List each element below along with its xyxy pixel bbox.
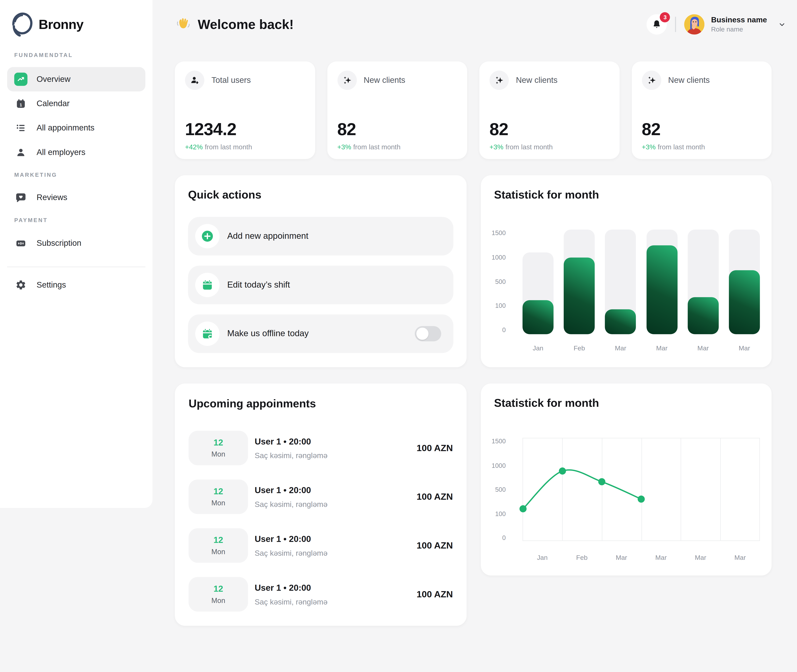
bell-icon [652,19,662,29]
stat-value: 1234.2 [185,119,305,139]
stat-label: New clients [364,76,405,85]
sparkles-icon [337,70,356,90]
appointment-services: Saç kəsimi, rəngləmə [255,597,417,606]
appointment-title: User 1 • 20:00 [255,437,417,446]
sidebar-menu: Overview 1 Calendar [0,67,152,297]
appointments-list: 12Mon User 1 • 20:00 Saç kəsimi, rəngləm… [189,431,453,611]
line-chart-title: Statistick for month [494,397,758,410]
role-name: Role name [711,26,767,33]
upcoming-title: Upcoming appoinments [189,397,453,410]
header-controls: 3 Business name Role [647,12,786,37]
stat-card-new-clients-3: New clients 82 +3%from last month [632,61,772,159]
appointment-services: Saç kəsimi, rəngləmə [255,451,417,459]
stat-card-new-clients-2: New clients 82 +3%from last month [479,61,619,159]
stat-delta: +42%from last month [185,143,305,151]
quick-actions-card: Quick actions Add new appoinment [175,175,467,367]
appointment-row[interactable]: 12Mon User 1 • 20:00 Saç kəsimi, rəngləm… [189,528,453,563]
appointment-price: 100 AZN [417,491,453,502]
bar-chart-x-axis: JanFeb MarMar MarMar [523,344,760,352]
appointment-services: Saç kəsimi, rəngləmə [255,499,417,508]
add-new-appoinment-button[interactable]: Add new appoinment [188,217,454,256]
sidebar-item-calendar[interactable]: 1 Calendar [7,91,146,116]
date-chip: 12Mon [189,480,248,514]
plus-circle-icon [195,224,220,248]
sidebar-item-all-employers[interactable]: All employers [7,140,146,165]
page-title: Welcome back! [198,16,293,32]
subscription-card-icon [14,237,27,250]
gear-icon [14,278,27,292]
stat-delta: +3%from last month [337,143,457,151]
sidebar-item-label: All appoinments [37,123,95,133]
data-point [559,467,566,475]
sidebar-item-reviews[interactable]: Reviews [7,185,146,210]
chevron-down-icon[interactable] [778,21,786,28]
brand-logo[interactable]: Bronny [0,0,152,37]
appointment-services: Saç kəsimi, rəngləmə [255,548,417,557]
sidebar-item-all-appoinments[interactable]: All appoinments [7,116,146,140]
sidebar-item-label: Subscription [37,239,81,248]
bar-chart-bars [523,230,760,334]
appointment-price: 100 AZN [417,589,453,600]
bar-slot [523,230,553,334]
stat-card-total-users: Total users 1234.2 +42%from last month [175,61,315,159]
date-chip: 12Mon [189,431,248,465]
data-point [598,478,606,485]
quick-action-label: Edit today’s shift [227,280,290,290]
appointment-row[interactable]: 12Mon User 1 • 20:00 Saç kəsimi, rəngləm… [189,577,453,612]
bar-slot [605,230,636,334]
offline-toggle[interactable] [415,326,441,341]
appointment-row[interactable]: 12Mon User 1 • 20:00 Saç kəsimi, rəngləm… [189,480,453,514]
make-us-offline-row[interactable]: Make us offline today [188,314,454,353]
user-plus-icon [185,70,204,90]
appointment-title: User 1 • 20:00 [255,534,417,544]
svg-text:1: 1 [20,102,22,107]
sidebar-item-label: All employers [37,148,85,157]
sidebar-item-label: Settings [37,280,66,290]
bar-slot [688,230,718,334]
business-name: Business name [711,15,767,24]
brand-mark-icon [11,12,34,37]
bar-slot [564,230,595,334]
sidebar-item-subscription[interactable]: Subscription [7,231,146,256]
sidebar-section-marketing: MARKETING [14,172,152,178]
bar-chart-y-axis: 15001000 500100 0 [481,230,506,334]
bar-chart-card: Statistick for month 15001000 500100 0 J… [481,175,771,367]
date-chip: 12Mon [189,577,248,612]
data-point [638,496,645,502]
notification-badge: 3 [660,12,670,22]
appointment-price: 100 AZN [417,540,453,551]
chat-heart-icon [14,191,27,204]
calendar-icon: 1 [14,97,27,110]
data-point [520,505,527,512]
bar-slot [729,230,760,334]
calendar-edit-icon [195,322,220,346]
page-header: Welcome back! 3 [152,12,797,37]
quick-actions-title: Quick actions [188,189,454,202]
quick-action-label: Add new appoinment [227,231,308,241]
profile-info[interactable]: Business name Role name [711,15,767,33]
bar-slot [646,230,677,334]
notifications-button[interactable]: 3 [647,14,667,34]
trend-up-icon [14,73,27,86]
stat-value: 82 [489,119,609,139]
appointment-row[interactable]: 12Mon User 1 • 20:00 Saç kəsimi, rəngləm… [189,431,453,465]
person-icon [14,146,27,159]
line-chart-x-axis: JanFeb MarMar MarMar [523,554,760,561]
stat-label: New clients [668,76,710,85]
appointment-price: 100 AZN [417,443,453,453]
sidebar-item-label: Calendar [37,99,70,108]
sidebar-item-settings[interactable]: Settings [7,273,146,297]
sidebar-section-payment: PAYMENT [14,217,152,223]
stat-delta: +3%from last month [489,143,609,151]
wave-hand-icon [175,16,191,33]
sidebar-item-overview[interactable]: Overview [7,67,146,91]
edit-todays-shift-button[interactable]: Edit today’s shift [188,266,454,304]
appointment-title: User 1 • 20:00 [255,485,417,496]
appointment-title: User 1 • 20:00 [255,583,417,593]
sparkles-icon [642,70,661,90]
sidebar-divider [7,267,146,267]
avatar[interactable] [684,14,704,34]
line-series [523,438,759,540]
calendar-green-icon [195,273,220,297]
stat-value: 82 [642,119,762,139]
